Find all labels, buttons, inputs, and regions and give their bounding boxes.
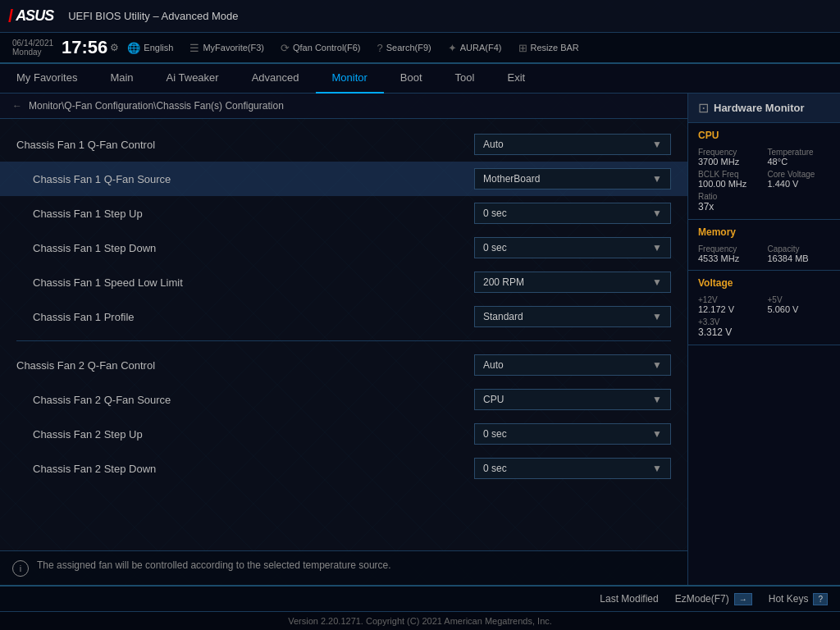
- chevron-down-icon: ▼: [652, 139, 662, 150]
- chevron-down-icon: ▼: [652, 428, 662, 440]
- info-box: i The assigned fan will be controlled ac…: [0, 550, 687, 585]
- setting-label-cf1-qfan: Chassis Fan 1 Q-Fan Control: [16, 139, 474, 151]
- dropdown-cf1-speed[interactable]: 200 RPM ▼: [474, 272, 671, 293]
- aura-label: AURA(F4): [460, 43, 502, 52]
- hw-memory-title: Memory: [698, 226, 830, 238]
- hw-voltage-5v-value: 5.060 V: [768, 304, 831, 314]
- monitor-icon: ⊡: [698, 100, 709, 116]
- dropdown-cf2-qfan[interactable]: Auto ▼: [474, 354, 671, 376]
- last-modified-label: Last Modified: [600, 593, 658, 605]
- dropdown-value-cf1-stepdown: 0 sec: [483, 242, 507, 253]
- hw-monitor-header: ⊡ Hardware Monitor: [688, 94, 840, 123]
- hw-cpu-temperature-value: 48°C: [768, 157, 831, 167]
- nav-item-aitweaker[interactable]: Ai Tweaker: [150, 64, 235, 94]
- main-area: ← Monitor\Q-Fan Configuration\Chassis Fa…: [0, 94, 840, 585]
- asus-logo-text: ASUS: [16, 7, 53, 25]
- qfan-link[interactable]: ⟳ Qfan Control(F6): [281, 42, 361, 54]
- day-text: Monday: [12, 48, 53, 57]
- setting-row-cf1-qfan: Chassis Fan 1 Q-Fan Control Auto ▼: [0, 127, 687, 162]
- back-button[interactable]: ←: [12, 100, 22, 112]
- nav-item-advanced[interactable]: Advanced: [235, 64, 316, 94]
- chevron-down-icon: ▼: [652, 276, 662, 288]
- nav-item-boot[interactable]: Boot: [384, 64, 439, 94]
- hw-voltage-12v-value: 12.172 V: [698, 304, 761, 314]
- hw-voltage-33v: +3.3V 3.312 V: [698, 317, 830, 338]
- ezmode-label: EzMode(F7): [675, 593, 729, 605]
- settings-list: Chassis Fan 1 Q-Fan Control Auto ▼ Chass…: [0, 119, 687, 550]
- dropdown-value-cf1-stepup: 0 sec: [483, 208, 507, 219]
- myfavorite-label: MyFavorite(F3): [203, 43, 264, 52]
- bios-title: UEFI BIOS Utility – Advanced Mode: [68, 10, 238, 22]
- hw-memory-frequency: Frequency 4533 MHz: [698, 244, 761, 263]
- hw-cpu-corevolt-label: Core Voltage: [768, 170, 831, 179]
- nav-item-monitor[interactable]: Monitor: [316, 64, 384, 94]
- top-bar: / ASUS UEFI BIOS Utility – Advanced Mode: [0, 0, 840, 33]
- setting-label-cf2-source: Chassis Fan 2 Q-Fan Source: [16, 394, 474, 406]
- ezmode-btn[interactable]: EzMode(F7) →: [675, 593, 752, 605]
- nav-item-exit[interactable]: Exit: [491, 64, 541, 94]
- setting-row-cf1-profile: Chassis Fan 1 Profile Standard ▼: [0, 299, 687, 334]
- left-panel: ← Monitor\Q-Fan Configuration\Chassis Fa…: [0, 94, 688, 585]
- hw-voltage-33v-label: +3.3V: [698, 317, 830, 326]
- datetime-bar: 06/14/2021 Monday 17:56 ⚙ 🌐 English ☰ My…: [0, 33, 840, 64]
- nav-item-favorites[interactable]: My Favorites: [0, 64, 94, 94]
- breadcrumb-text: Monitor\Q-Fan Configuration\Chassis Fan(…: [29, 100, 284, 112]
- setting-row-cf1-stepdown: Chassis Fan 1 Step Down 0 sec ▼: [0, 231, 687, 265]
- hw-cpu-grid: Frequency 3700 MHz Temperature 48°C BCLK…: [698, 148, 830, 189]
- dropdown-cf1-source[interactable]: MotherBoard ▼: [474, 168, 671, 189]
- ezmode-key: →: [734, 593, 752, 605]
- footer-actions: Last Modified EzMode(F7) → Hot Keys ?: [600, 593, 828, 605]
- dropdown-value-cf2-stepup: 0 sec: [483, 428, 507, 440]
- hw-cpu-frequency-value: 3700 MHz: [698, 157, 761, 167]
- setting-label-cf2-stepup: Chassis Fan 2 Step Up: [16, 428, 474, 441]
- dropdown-cf1-profile[interactable]: Standard ▼: [474, 306, 671, 327]
- aura-link[interactable]: ✦ AURA(F4): [448, 42, 502, 54]
- hw-cpu-bclk-value: 100.00 MHz: [698, 179, 761, 189]
- hotkeys-btn[interactable]: Hot Keys ?: [769, 593, 828, 605]
- chevron-down-icon: ▼: [652, 311, 662, 322]
- top-links: 🌐 English ☰ MyFavorite(F3) ⟳ Qfan Contro…: [127, 42, 578, 54]
- myfavorite-link[interactable]: ☰ MyFavorite(F3): [189, 42, 264, 54]
- dropdown-cf2-stepup[interactable]: 0 sec ▼: [474, 423, 671, 445]
- setting-row-cf1-speed: Chassis Fan 1 Speed Low Limit 200 RPM ▼: [0, 265, 687, 299]
- hw-cpu-bclk: BCLK Freq 100.00 MHz: [698, 170, 761, 189]
- setting-row-cf2-stepup: Chassis Fan 2 Step Up 0 sec ▼: [0, 417, 687, 451]
- nav-item-tool[interactable]: Tool: [439, 64, 491, 94]
- nav-item-main[interactable]: Main: [94, 64, 149, 94]
- settings-icon[interactable]: ⚙: [110, 42, 119, 53]
- hw-memory-section: Memory Frequency 4533 MHz Capacity 16384…: [688, 220, 840, 271]
- search-link[interactable]: ? Search(F9): [377, 42, 431, 54]
- asus-logo: / ASUS: [8, 6, 53, 27]
- dropdown-cf2-source[interactable]: CPU ▼: [474, 389, 671, 410]
- setting-row-cf2-source: Chassis Fan 2 Q-Fan Source CPU ▼: [0, 382, 687, 417]
- dropdown-value-cf1-source: MotherBoard: [483, 173, 540, 185]
- dropdown-cf2-stepdown[interactable]: 0 sec ▼: [474, 458, 671, 479]
- time-display: 17:56: [62, 39, 107, 57]
- language-selector[interactable]: 🌐 English: [127, 42, 173, 54]
- date-text: 06/14/2021: [12, 39, 53, 48]
- hw-voltage-5v-label: +5V: [768, 295, 831, 304]
- hw-memory-capacity-label: Capacity: [768, 244, 831, 253]
- setting-label-cf1-speed: Chassis Fan 1 Speed Low Limit: [16, 276, 474, 289]
- hw-cpu-ratio: Ratio 37x: [698, 192, 830, 212]
- resize-icon: ⊞: [518, 42, 527, 54]
- dropdown-cf1-qfan[interactable]: Auto ▼: [474, 134, 671, 155]
- hw-voltage-title: Voltage: [698, 277, 830, 289]
- resizebar-link[interactable]: ⊞ Resize BAR: [518, 42, 579, 54]
- dropdown-cf1-stepdown[interactable]: 0 sec ▼: [474, 237, 671, 258]
- aura-icon: ✦: [448, 42, 457, 54]
- fan-icon: ⟳: [281, 42, 290, 54]
- hw-cpu-frequency-label: Frequency: [698, 148, 761, 157]
- hw-cpu-ratio-value: 37x: [698, 201, 830, 212]
- hw-memory-grid: Frequency 4533 MHz Capacity 16384 MB: [698, 244, 830, 263]
- hw-cpu-temperature: Temperature 48°C: [768, 148, 831, 167]
- dropdown-value-cf2-stepdown: 0 sec: [483, 463, 507, 474]
- hw-cpu-corevolt-value: 1.440 V: [768, 179, 831, 189]
- dropdown-cf1-stepup[interactable]: 0 sec ▼: [474, 203, 671, 224]
- hotkeys-key: ?: [813, 593, 828, 605]
- setting-row-cf2-qfan: Chassis Fan 2 Q-Fan Control Auto ▼: [0, 348, 687, 382]
- search-icon: ?: [377, 42, 383, 54]
- last-modified-btn[interactable]: Last Modified: [600, 593, 658, 605]
- language-label: English: [144, 43, 173, 52]
- hw-cpu-ratio-label: Ratio: [698, 192, 830, 201]
